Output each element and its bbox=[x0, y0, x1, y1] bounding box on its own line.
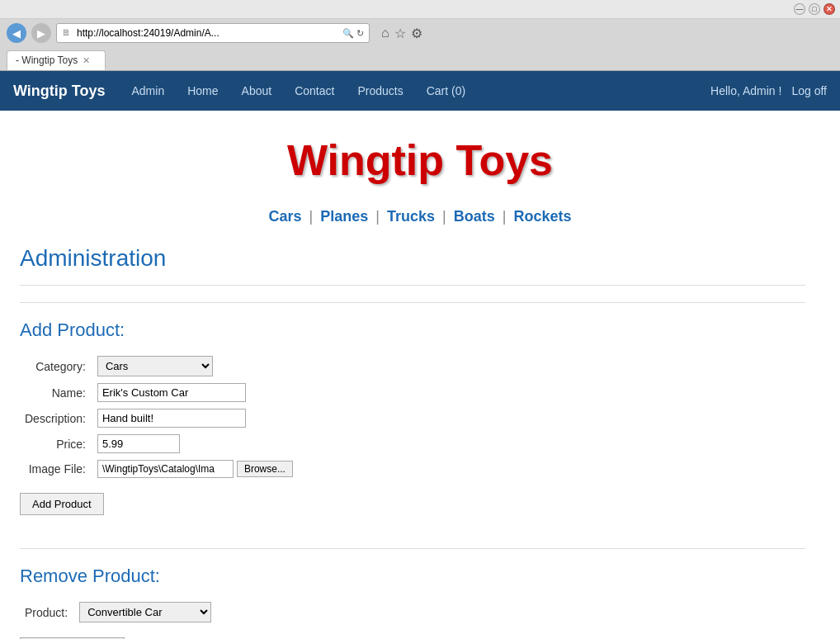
navbar: Wingtip Toys Admin Home About Contact Pr… bbox=[0, 71, 840, 111]
nav-cart[interactable]: Cart (0) bbox=[417, 73, 475, 109]
page-heading: Administration bbox=[20, 245, 805, 286]
separator-2: | bbox=[375, 208, 380, 225]
star-icon[interactable]: ☆ bbox=[394, 26, 406, 41]
price-input[interactable] bbox=[97, 434, 180, 453]
navbar-right: Hello, Admin ! Log off bbox=[710, 84, 827, 97]
url-bar[interactable]: 🗎 🔍 ↻ bbox=[56, 23, 370, 43]
add-product-button[interactable]: Add Product bbox=[20, 493, 104, 515]
file-input-row: Browse... bbox=[97, 460, 293, 478]
product-select[interactable]: Convertible Car Erik's Custom Car bbox=[79, 602, 211, 622]
tab-close-icon[interactable]: ✕ bbox=[83, 55, 90, 66]
search-icon: 🔍 bbox=[342, 28, 354, 39]
refresh-icon: ↻ bbox=[356, 28, 364, 39]
remove-product-heading: Remove Product: bbox=[20, 566, 805, 587]
category-boats[interactable]: Boats bbox=[454, 208, 495, 225]
form-row-description: Description: bbox=[20, 405, 298, 431]
form-row-category: Category: Cars Planes Trucks Boats Rocke… bbox=[20, 353, 298, 380]
product-label: Product: bbox=[20, 599, 74, 626]
nav-products[interactable]: Products bbox=[347, 73, 413, 109]
greeting-text: Hello, Admin ! bbox=[710, 84, 781, 97]
category-cars[interactable]: Cars bbox=[268, 208, 301, 225]
category-label: Category: bbox=[20, 353, 92, 380]
page-icon: 🗎 bbox=[62, 27, 73, 39]
form-row-image: Image File: Browse... bbox=[20, 457, 298, 481]
description-input[interactable] bbox=[97, 409, 246, 428]
image-label: Image File: bbox=[20, 457, 92, 481]
back-button[interactable]: ◀ bbox=[7, 23, 26, 43]
remove-product-form: Product: Convertible Car Erik's Custom C… bbox=[20, 599, 216, 626]
category-trucks[interactable]: Trucks bbox=[387, 208, 435, 225]
gear-icon[interactable]: ⚙ bbox=[411, 26, 422, 41]
divider-middle bbox=[20, 548, 805, 549]
form-row-product: Product: Convertible Car Erik's Custom C… bbox=[20, 599, 216, 626]
nav-admin[interactable]: Admin bbox=[122, 73, 175, 109]
form-row-price: Price: bbox=[20, 431, 298, 457]
category-nav: Cars | Planes | Trucks | Boats | Rockets bbox=[0, 201, 840, 245]
nav-home[interactable]: Home bbox=[177, 73, 228, 109]
forward-button[interactable]: ▶ bbox=[31, 23, 51, 43]
new-tab-button[interactable] bbox=[107, 49, 132, 70]
add-product-heading: Add Product: bbox=[20, 320, 805, 341]
url-input[interactable] bbox=[77, 27, 340, 39]
add-product-form: Category: Cars Planes Trucks Boats Rocke… bbox=[20, 353, 298, 481]
category-rockets[interactable]: Rockets bbox=[513, 208, 571, 225]
nav-contact[interactable]: Contact bbox=[285, 73, 344, 109]
minimize-button[interactable]: — bbox=[794, 3, 805, 15]
name-input[interactable] bbox=[97, 383, 246, 402]
category-planes[interactable]: Planes bbox=[320, 208, 368, 225]
forward-icon: ▶ bbox=[37, 27, 45, 40]
divider-top bbox=[20, 302, 805, 303]
site-title-heading: Wingtip Toys bbox=[0, 135, 840, 185]
category-select[interactable]: Cars Planes Trucks Boats Rockets bbox=[97, 356, 213, 376]
description-label: Description: bbox=[20, 405, 92, 431]
back-icon: ◀ bbox=[12, 27, 21, 40]
maximize-button[interactable]: □ bbox=[809, 3, 820, 15]
browser-tab[interactable]: - Wingtip Toys ✕ bbox=[7, 50, 106, 70]
navbar-links: Admin Home About Contact Products Cart (… bbox=[122, 73, 711, 109]
name-label: Name: bbox=[20, 380, 92, 405]
nav-about[interactable]: About bbox=[232, 73, 282, 109]
separator-3: | bbox=[442, 208, 446, 225]
logoff-link[interactable]: Log off bbox=[791, 84, 827, 97]
separator-1: | bbox=[309, 208, 314, 225]
price-label: Price: bbox=[20, 431, 92, 457]
home-icon[interactable]: ⌂ bbox=[381, 26, 389, 40]
image-path-input[interactable] bbox=[97, 460, 234, 478]
browse-button[interactable]: Browse... bbox=[237, 461, 293, 477]
main-content: Administration Add Product: Category: Ca… bbox=[0, 245, 825, 639]
site-title-section: Wingtip Toys bbox=[0, 111, 840, 201]
tab-title: - Wingtip Toys bbox=[16, 54, 78, 66]
form-row-name: Name: bbox=[20, 380, 298, 405]
separator-4: | bbox=[503, 208, 507, 225]
navbar-brand[interactable]: Wingtip Toys bbox=[13, 83, 106, 100]
close-button[interactable]: ✕ bbox=[823, 3, 835, 15]
